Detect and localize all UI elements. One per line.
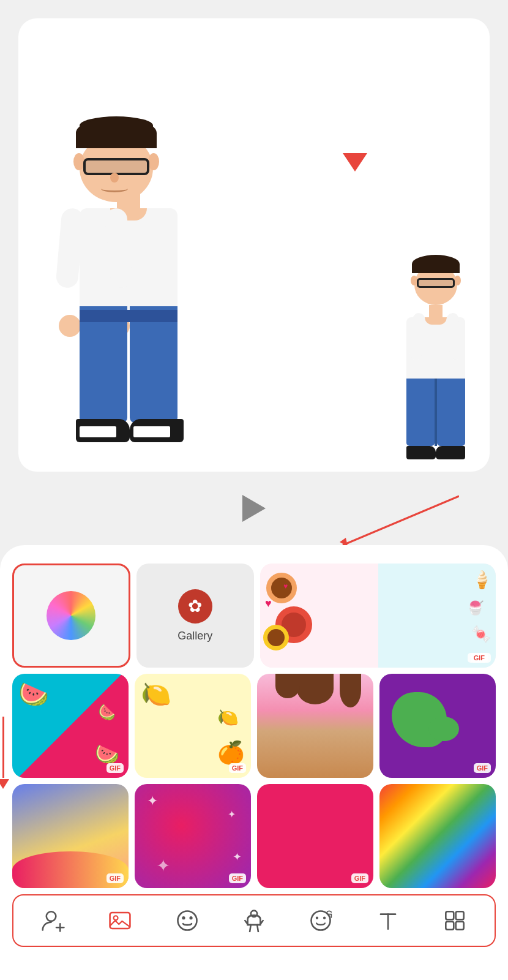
bg-row-1: ✿ Gallery ♥ ♥ 🍦 🍧 🍬 GIF xyxy=(12,564,496,668)
color-wheel xyxy=(47,591,95,640)
emoji-icon xyxy=(307,907,334,934)
svg-point-9 xyxy=(189,916,192,919)
sticker-icon xyxy=(441,907,468,934)
text-button[interactable] xyxy=(368,904,408,937)
body-icon xyxy=(241,907,267,934)
bg-row-3: GIF ✦ ✦ ✦ ✦ GIF GIF xyxy=(12,784,496,888)
svg-point-8 xyxy=(182,916,185,919)
svg-point-16 xyxy=(316,917,318,919)
bg-item-sparkle[interactable]: ✦ ✦ ✦ ✦ GIF xyxy=(135,784,251,888)
svg-rect-23 xyxy=(456,922,464,930)
red-diagonal-arrow xyxy=(324,490,459,554)
background-icon xyxy=(106,907,133,934)
bg-item-citrus[interactable]: 🍋 🍊 🍋 GIF xyxy=(135,674,251,778)
svg-rect-22 xyxy=(446,922,454,930)
svg-point-6 xyxy=(114,916,118,920)
background-button[interactable] xyxy=(100,904,140,937)
gallery-label: Gallery xyxy=(177,630,212,643)
face-button[interactable] xyxy=(168,904,207,937)
red-triangle-indicator xyxy=(343,153,367,172)
scroll-arrow xyxy=(0,717,9,789)
bg-item-rainbow[interactable] xyxy=(379,784,496,888)
bottom-panel: ✿ Gallery ♥ ♥ 🍦 🍧 🍬 GIF xyxy=(0,545,508,980)
emoji-button[interactable] xyxy=(301,904,340,937)
small-avatar xyxy=(406,260,465,459)
svg-line-0 xyxy=(343,496,459,545)
bg-row-2: 🍉 🍉 🍉 GIF 🍋 🍊 🍋 GIF GIF xyxy=(12,674,496,778)
bg-item-wave[interactable]: GIF xyxy=(12,784,129,888)
bottom-toolbar xyxy=(12,894,496,947)
svg-line-14 xyxy=(257,925,258,932)
svg-rect-21 xyxy=(456,911,464,919)
sticker-button[interactable] xyxy=(435,904,474,937)
body-button[interactable] xyxy=(234,904,274,937)
bg-item-chocolate[interactable] xyxy=(257,674,373,778)
main-avatar xyxy=(31,31,214,459)
svg-point-17 xyxy=(323,917,326,919)
bg-item-gallery[interactable]: ✿ Gallery xyxy=(136,564,255,668)
svg-line-13 xyxy=(250,925,251,932)
gif-badge: GIF xyxy=(471,653,488,663)
play-button[interactable] xyxy=(242,495,266,522)
gallery-icon: ✿ xyxy=(178,589,212,624)
bg-item-color[interactable] xyxy=(12,564,130,668)
svg-rect-5 xyxy=(110,913,130,929)
add-friend-icon xyxy=(40,907,67,934)
svg-point-2 xyxy=(46,911,56,921)
bg-item-watermelon[interactable]: 🍉 🍉 🍉 GIF xyxy=(12,674,129,778)
bg-item-wide[interactable]: ♥ ♥ 🍦 🍧 🍬 GIF xyxy=(260,564,496,668)
avatar-preview-container xyxy=(18,18,490,472)
svg-point-15 xyxy=(312,911,331,930)
bg-item-pink[interactable]: GIF xyxy=(257,784,373,888)
face-icon xyxy=(174,907,201,934)
svg-rect-20 xyxy=(446,911,454,919)
text-icon xyxy=(375,907,402,934)
play-area xyxy=(0,472,508,545)
add-friend-button[interactable] xyxy=(34,904,73,937)
bg-item-splat[interactable]: GIF xyxy=(379,674,496,778)
svg-point-7 xyxy=(177,911,196,930)
